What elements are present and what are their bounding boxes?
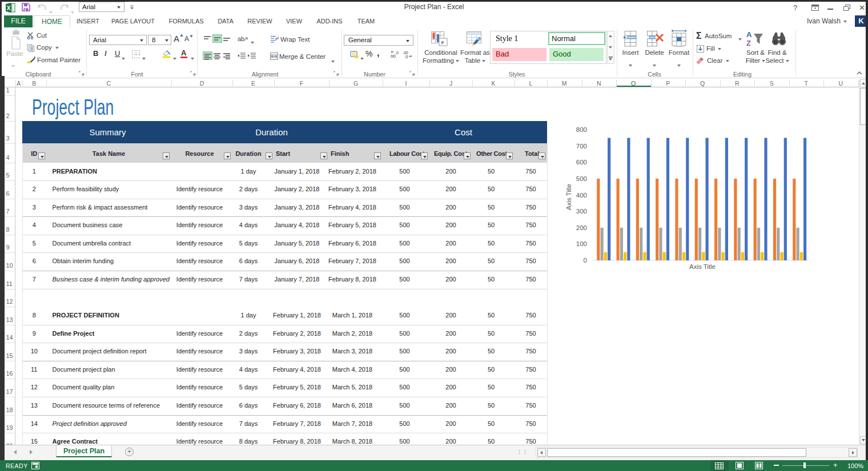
svg-text:X: X — [7, 5, 11, 11]
svg-text:100: 100 — [576, 240, 587, 247]
svg-text:200: 200 — [576, 224, 587, 231]
svg-text:0: 0 — [405, 54, 408, 59]
svg-text:.0: .0 — [395, 51, 399, 55]
svg-text:Axis Title: Axis Title — [565, 184, 572, 210]
svg-text:0: 0 — [584, 257, 587, 264]
svg-text:Axis Title: Axis Title — [689, 263, 716, 270]
svg-text:Z: Z — [746, 39, 751, 47]
svg-text:700: 700 — [576, 143, 587, 150]
svg-text:ab: ab — [238, 35, 244, 42]
svg-text:A: A — [746, 30, 752, 39]
svg-text:600: 600 — [576, 159, 587, 166]
svg-text:300: 300 — [576, 208, 587, 215]
svg-text:800: 800 — [576, 126, 587, 133]
svg-text:400: 400 — [576, 192, 587, 199]
svg-text:500: 500 — [576, 175, 587, 182]
svg-text:≠: ≠ — [441, 39, 444, 46]
